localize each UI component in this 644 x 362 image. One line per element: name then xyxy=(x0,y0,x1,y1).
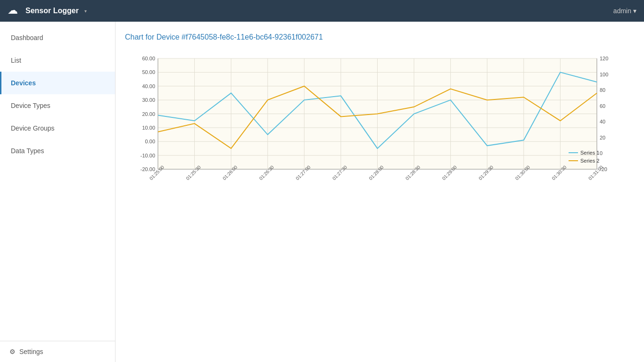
topnav-left: ☁ Sensor Logger ▾ xyxy=(8,4,87,17)
app-brand: Sensor Logger xyxy=(25,7,79,15)
line-chart xyxy=(125,49,635,200)
gear-icon: ⚙ xyxy=(9,348,16,355)
sidebar-item-device-groups[interactable]: Device Groups xyxy=(0,117,115,140)
sidebar-item-device-types[interactable]: Device Types xyxy=(0,94,115,117)
app-logo-icon: ☁ xyxy=(8,4,21,17)
body-wrap: Dashboard List Devices Device Types Devi… xyxy=(0,22,644,362)
username-label: admin xyxy=(613,7,631,15)
chart-title: Chart for Device #f7645058-fe8c-11e6-bc6… xyxy=(125,33,635,41)
sidebar-item-list[interactable]: List xyxy=(0,49,115,72)
sidebar: Dashboard List Devices Device Types Devi… xyxy=(0,22,116,362)
sidebar-item-data-types[interactable]: Data Types xyxy=(0,140,115,162)
topnav: ☁ Sensor Logger ▾ admin ▾ xyxy=(0,0,644,22)
brand-dropdown-caret[interactable]: ▾ xyxy=(84,8,87,14)
main-content: Chart for Device #f7645058-fe8c-11e6-bc6… xyxy=(116,22,644,362)
sidebar-item-settings[interactable]: ⚙ Settings xyxy=(0,341,115,362)
user-caret-icon: ▾ xyxy=(633,7,636,15)
user-menu[interactable]: admin ▾ xyxy=(613,7,636,15)
chart-container xyxy=(125,49,635,200)
sidebar-item-dashboard[interactable]: Dashboard xyxy=(0,26,115,49)
settings-label: Settings xyxy=(19,348,43,355)
sidebar-item-devices[interactable]: Devices xyxy=(0,72,115,94)
